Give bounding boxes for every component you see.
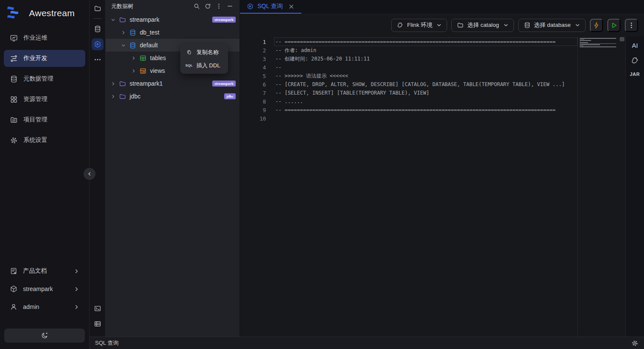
- rail-sql-query-button[interactable]: [92, 38, 104, 50]
- flink-env-dropdown[interactable]: Flink 环境: [391, 19, 447, 32]
- line-number: 9: [240, 107, 266, 113]
- sidebar-item-job-ops[interactable]: 作业运维: [4, 29, 85, 46]
- chevron-right-icon[interactable]: [111, 94, 116, 99]
- search-icon: [193, 3, 200, 9]
- code-text[interactable]: -- [CREATE, DROP, ALTER, SHOW, DESCRIBE]…: [274, 80, 578, 89]
- sidebar-item-projects[interactable]: 项目管理: [4, 111, 85, 128]
- right-tool-rail: AI JAR: [625, 36, 644, 337]
- select-catalog-dropdown[interactable]: 选择 catalog: [451, 19, 514, 32]
- rail-files-button[interactable]: [92, 3, 104, 14]
- tree-more-button[interactable]: [213, 1, 224, 12]
- sidebar-item-label: 系统设置: [23, 136, 47, 144]
- sidebar-item-docs[interactable]: 产品文档: [4, 262, 85, 280]
- app-logo: Awestream: [0, 0, 89, 20]
- run-button[interactable]: [607, 19, 621, 32]
- sidebar-item-resources[interactable]: 资源管理: [4, 91, 85, 108]
- chevron-right-icon: [74, 268, 79, 274]
- chevron-right-icon[interactable]: [121, 30, 126, 35]
- tree-node-streampark[interactable]: streampark streampark: [106, 13, 240, 26]
- theme-toggle-button[interactable]: [4, 329, 85, 343]
- tree-refresh-button[interactable]: [202, 1, 213, 12]
- editor-toolbar: Flink 环境 选择 catalog 选择 database: [240, 14, 644, 36]
- editor-scrollbar[interactable]: [619, 36, 625, 337]
- database-icon: [129, 29, 136, 36]
- editor-more-button[interactable]: [625, 19, 638, 32]
- context-menu-label: 复制名称: [196, 49, 219, 56]
- context-menu-copy-name[interactable]: 复制名称: [180, 46, 228, 59]
- lightning-bolt-icon: [593, 22, 600, 29]
- chevron-left-icon: [87, 171, 92, 176]
- tree-node-streampark1[interactable]: streampark1 streampark: [106, 77, 240, 90]
- sidebar-footer: 产品文档 streampark admin: [0, 262, 89, 316]
- flink-env-label: Flink 环境: [407, 21, 432, 29]
- validate-button[interactable]: [590, 19, 603, 32]
- code-text[interactable]: -- [SELECT, INSERT] [TABLE(TEMPORARY TAB…: [274, 89, 578, 97]
- line-number: 3: [240, 56, 266, 62]
- gear-icon: [10, 136, 18, 144]
- chevron-right-icon[interactable]: [111, 81, 116, 86]
- folder-icon: [457, 22, 464, 29]
- code-text[interactable]: -- 创建时间: 2025-06-20 11:11:11: [274, 55, 578, 63]
- catalog-folder-icon: [119, 93, 126, 100]
- jar-panel-button[interactable]: JAR: [630, 72, 640, 77]
- sidebar-item-job-dev[interactable]: 作业开发: [4, 50, 85, 67]
- table-icon: [94, 320, 101, 328]
- rail-metadata-button[interactable]: [92, 23, 104, 35]
- sidebar-collapse-button[interactable]: [84, 168, 95, 180]
- code-line: 7 -- [SELECT, INSERT] [TABLE(TEMPORARY T…: [240, 89, 578, 97]
- code-text[interactable]: -- =====================================…: [274, 106, 578, 114]
- scrollbar-thumb[interactable]: [620, 37, 624, 41]
- chevron-down-icon: [436, 23, 442, 28]
- code-line: 10: [240, 114, 578, 123]
- sidebar-item-admin[interactable]: admin: [4, 298, 85, 316]
- status-settings-button[interactable]: [631, 340, 638, 347]
- views-icon: [139, 67, 147, 75]
- code-text[interactable]: -- =====================================…: [274, 37, 578, 46]
- sidebar-menu: 作业运维 作业开发 元数据管理 资源管理 项目管理 系统设置: [0, 29, 89, 149]
- gear-icon: [631, 340, 638, 347]
- code-text[interactable]: -- 作者: admin: [274, 46, 578, 55]
- ai-assistant-button[interactable]: AI: [632, 42, 638, 49]
- tab-close-icon[interactable]: [288, 3, 295, 10]
- kebab-menu-icon: [216, 3, 222, 9]
- context-menu-label: 插入 DDL: [196, 62, 220, 69]
- chevron-right-icon[interactable]: [131, 56, 136, 61]
- user-icon: [10, 303, 17, 311]
- chevron-down-icon[interactable]: [121, 43, 126, 48]
- tree-node-db-test[interactable]: db_test: [106, 26, 240, 39]
- rail-terminal-button[interactable]: [92, 303, 104, 314]
- rail-result-table-button[interactable]: [92, 318, 104, 330]
- code-text[interactable]: -- >>>>>> 语法提示 <<<<<<: [274, 72, 578, 80]
- copy-icon: [186, 49, 192, 55]
- package-box-icon: [10, 285, 17, 293]
- chevron-right-icon: [74, 304, 79, 310]
- tree-search-button[interactable]: [191, 1, 202, 12]
- flink-squirrel-icon: [397, 22, 404, 29]
- workflow-icon: [10, 55, 18, 63]
- chevron-right-icon[interactable]: [131, 69, 136, 73]
- tab-sql-query[interactable]: SQL 查询: [240, 0, 301, 14]
- minimap[interactable]: [578, 36, 619, 337]
- code-line: 5 -- >>>>>> 语法提示 <<<<<<: [240, 72, 578, 80]
- sidebar-item-metadata[interactable]: 元数据管理: [4, 70, 85, 87]
- tree-header: 元数据树: [106, 0, 240, 12]
- code-text[interactable]: [274, 114, 578, 123]
- tree-collapse-button[interactable]: [224, 1, 235, 12]
- context-menu-insert-ddl[interactable]: SQL 插入 DDL: [180, 59, 228, 72]
- chevron-down-icon[interactable]: [111, 17, 116, 22]
- code-text[interactable]: -- ......: [274, 97, 578, 106]
- flink-squirrel-icon[interactable]: [631, 56, 639, 65]
- catalog-type-badge: streampark: [212, 81, 236, 87]
- line-number: 8: [240, 98, 266, 105]
- database-icon: [129, 42, 136, 49]
- sidebar-item-streampark[interactable]: streampark: [4, 280, 85, 298]
- sql-code-editor[interactable]: 1 -- ===================================…: [240, 36, 578, 337]
- rail-more-button[interactable]: [92, 54, 104, 66]
- code-text[interactable]: --: [274, 63, 578, 72]
- select-database-dropdown[interactable]: 选择 database: [518, 19, 586, 32]
- tree-node-jdbc[interactable]: jdbc jdbc: [106, 90, 240, 103]
- catalog-folder-icon: [119, 16, 126, 23]
- sidebar-item-settings[interactable]: 系统设置: [4, 132, 85, 149]
- tree-node-label: default: [140, 42, 158, 49]
- chevron-down-icon: [503, 23, 508, 28]
